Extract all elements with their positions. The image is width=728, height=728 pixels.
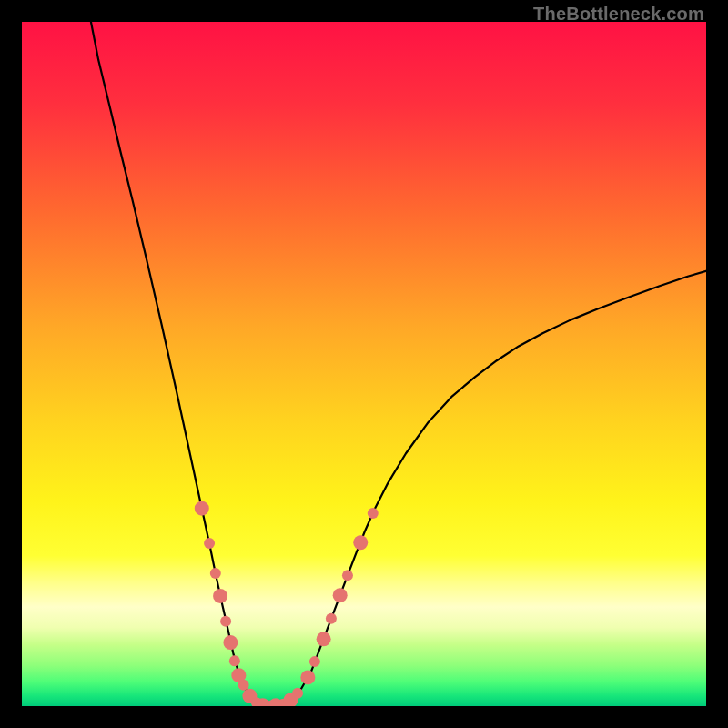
plot-area bbox=[22, 22, 706, 706]
data-marker bbox=[204, 538, 215, 549]
data-marker bbox=[300, 670, 315, 684]
data-marker bbox=[317, 632, 331, 646]
data-marker bbox=[195, 501, 209, 516]
data-marker bbox=[309, 656, 320, 667]
chart-stage: TheBottleneck.com bbox=[0, 0, 728, 728]
data-marker bbox=[229, 655, 240, 666]
bottleneck-curve bbox=[91, 22, 706, 706]
data-marker bbox=[342, 570, 353, 581]
data-marker bbox=[326, 613, 337, 624]
data-marker bbox=[220, 616, 231, 627]
data-marker bbox=[223, 635, 238, 650]
data-marker bbox=[210, 568, 221, 579]
data-marker bbox=[238, 680, 249, 691]
data-marker bbox=[368, 508, 379, 519]
data-marker bbox=[353, 535, 368, 550]
data-marker bbox=[292, 688, 303, 699]
chart-curve-layer bbox=[22, 22, 706, 706]
data-marker bbox=[333, 588, 348, 602]
data-marker bbox=[213, 589, 228, 603]
